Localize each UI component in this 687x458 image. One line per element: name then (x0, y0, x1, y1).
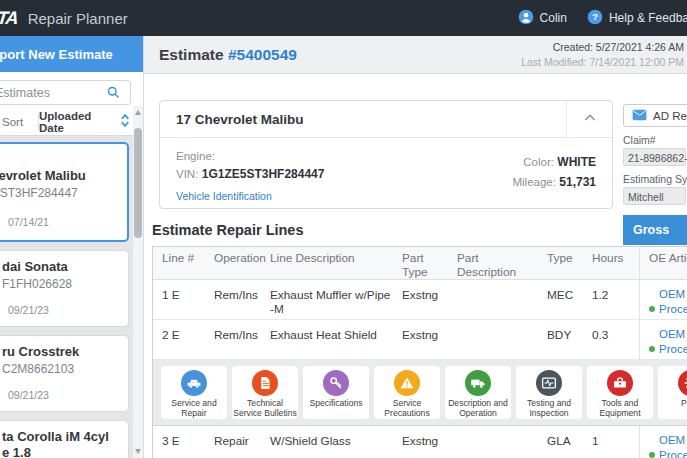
car-icon (181, 370, 207, 396)
col-line: Line # (153, 247, 205, 279)
envelope-icon (632, 109, 647, 123)
cell-line: 2 E (153, 320, 205, 359)
sort-chevrons-icon (120, 113, 130, 130)
ad-resources-button[interactable]: AD Resources (623, 104, 687, 127)
sidebar-search-block: Sort Uploaded Date (0, 72, 143, 136)
vehicle-card-crosstrek[interactable]: ru Crosstrek C2M8662103 09/21/23 (0, 335, 129, 412)
vin-label: VIN: (176, 168, 198, 180)
col-oe-articles: OE Articles (639, 247, 687, 279)
estimate-title-bar: Estimate #5400549 Created: 5/27/2021 4:2… (144, 36, 687, 74)
cell-operation: Rem/Ins (205, 320, 261, 359)
estimate-content: 17 Chevrolet Malibu Engine: VIN: 1G1ZE5S… (144, 100, 687, 458)
last-modified-date: Last Modified: 7/14/2021 12:00 PM (521, 55, 684, 70)
table-row[interactable]: 3 E Repair W/Shield Glass Exstng GLA 1 O… (153, 426, 687, 458)
search-box (0, 80, 131, 105)
resource-technical-service-bulletins[interactable]: Technical Service Bulletins (232, 366, 298, 419)
estimates-sidebar: Import New Estimate Sort Uploaded Date 1… (0, 36, 143, 458)
help-label: Help & Feedback (609, 11, 687, 25)
vehicle-card-title: 17 Chevrolet Malibu (0, 168, 116, 184)
vin-value: 1G1ZE5ST3HF284447 (202, 167, 325, 181)
vehicle-card-sonata[interactable]: dai Sonata F1FH026628 09/21/23 (0, 250, 129, 327)
help-feedback[interactable]: ? Help & Feedback (587, 9, 687, 28)
oe-resource-strip: Service and Repair Technical Service Bul… (153, 360, 687, 426)
green-status-dot (649, 346, 655, 352)
table-row[interactable]: 2 E Rem/Ins Exhaust Heat Shield Exstng B… (153, 320, 687, 360)
sort-dropdown[interactable]: Uploaded Date (39, 110, 143, 134)
color-label: Color: (523, 156, 554, 168)
col-part-type: Part Type (393, 247, 448, 279)
resource-testing-and-inspection[interactable]: Testing and Inspection (516, 366, 582, 419)
vehicle-card-title: ru Crosstrek (2, 344, 116, 360)
collapse-panel-button[interactable] (566, 101, 612, 137)
cell-hours: 1 (583, 426, 639, 458)
vehicle-right-info: Color: WHITE Mileage: 51,731 (512, 152, 596, 192)
cell-oe-articles: OEM Procedures (639, 280, 687, 319)
vehicle-card-malibu[interactable]: 17 Chevrolet Malibu 1G1ZE5ST3HF284447 07… (0, 142, 129, 242)
cell-line: 3 E (153, 426, 205, 458)
cell-type: GLA (538, 426, 583, 458)
repair-lines-heading: Estimate Repair Lines (152, 222, 687, 238)
cell-part-type: Exstng (393, 320, 448, 359)
scroll-up-arrow-icon[interactable] (135, 110, 141, 115)
vehicle-panel-header: 17 Chevrolet Malibu (160, 101, 612, 138)
oem-procedures-link[interactable]: OEM Procedures (659, 287, 687, 317)
col-hours: Hours (583, 247, 639, 279)
sort-row: Sort Uploaded Date (0, 108, 143, 135)
vehicle-identification-link[interactable]: Vehicle Identification (176, 190, 272, 202)
resource-tools-and-equipment[interactable]: Tools and Equipment (587, 366, 653, 419)
user-avatar-icon (518, 9, 534, 28)
warning-triangle-icon (394, 370, 420, 396)
col-operation: Operation (205, 247, 261, 279)
vehicle-card-title: ta Corolla iM 4cyl (2, 429, 116, 445)
mileage-row: Mileage: 51,731 (512, 172, 596, 192)
table-header-row: Line # Operation Line Description Part T… (153, 247, 687, 280)
oem-procedures-link[interactable]: OEM Procedures (659, 327, 687, 357)
vehicle-card-vin: 1G1ZE5ST3HF284447 (0, 186, 116, 201)
search-icon[interactable] (106, 85, 121, 103)
vehicle-card-date: 09/21/23 (8, 304, 116, 316)
vehicle-card-title-line2: e 1.8 (2, 445, 116, 458)
table-row[interactable]: 1 E Rem/Ins Exhaust Muffler w/Pipe -M Ex… (153, 280, 687, 320)
sidebar-scrollbar[interactable] (133, 106, 143, 458)
resource-specifications[interactable]: Specifications (303, 366, 369, 419)
app-title: Repair Planner (28, 10, 128, 27)
scrollbar-thumb[interactable] (134, 128, 142, 238)
gross-tab[interactable]: Gross (623, 215, 687, 245)
vehicle-card-corolla[interactable]: ta Corolla iM 4cyl e 1.8 E0JJ557602 (0, 420, 129, 458)
alldata-logo: TA (0, 8, 19, 29)
gear-icon (678, 370, 687, 396)
key-icon (323, 370, 349, 396)
header-actions: Colin ? Help & Feedback (518, 0, 687, 36)
vehicle-card-vin: F1FH026628 (2, 277, 116, 292)
oscilloscope-icon (536, 370, 562, 396)
claim-number-field[interactable]: 21-8986862-01 (623, 148, 686, 166)
estimate-label: Estimate (159, 46, 224, 63)
main-panel: Estimate #5400549 Created: 5/27/2021 4:2… (143, 36, 687, 458)
vehicle-title: 17 Chevrolet Malibu (160, 112, 566, 127)
cell-part-description (448, 280, 538, 319)
col-type: Type (538, 247, 583, 279)
estimating-system-label: Estimating System (623, 173, 687, 185)
document-icon (252, 370, 278, 396)
chevron-up-icon (582, 110, 598, 129)
oem-procedures-link[interactable]: OEM Procedures (659, 433, 687, 458)
cell-type: MEC (538, 280, 583, 319)
estimate-title: Estimate #5400549 (159, 46, 297, 64)
user-menu[interactable]: Colin (518, 9, 567, 28)
toolbox-icon (607, 370, 633, 396)
resource-parts[interactable]: Parts (658, 366, 687, 419)
cell-line: 1 E (153, 280, 205, 319)
scroll-down-arrow-icon[interactable] (135, 449, 141, 454)
resource-description-and-operation[interactable]: Description and Operation (445, 366, 511, 419)
import-new-estimate-button[interactable]: Import New Estimate (0, 36, 143, 72)
claim-label: Claim# (623, 134, 687, 146)
cell-part-description (448, 426, 538, 458)
color-row: Color: WHITE (512, 152, 596, 172)
resource-service-precautions[interactable]: Service Precautions (374, 366, 440, 419)
vehicle-card-date: 09/21/23 (8, 389, 116, 401)
cell-part-description (448, 320, 538, 359)
vehicle-panel: 17 Chevrolet Malibu Engine: VIN: 1G1ZE5S… (159, 100, 613, 209)
vehicle-card-list: 17 Chevrolet Malibu 1G1ZE5ST3HF284447 07… (0, 136, 143, 458)
resource-service-and-repair[interactable]: Service and Repair (161, 366, 227, 419)
estimating-system-field[interactable]: Mitchell (623, 187, 686, 205)
